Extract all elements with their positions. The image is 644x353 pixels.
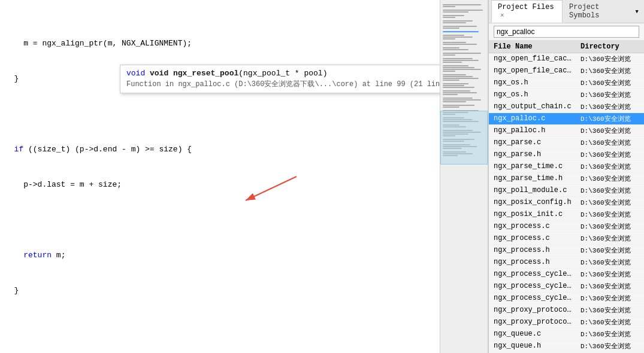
tooltip-title: void void ngx_reset_pool(ngx_pool_t * po… [126,69,440,78]
file-dir-cell: D:\360安全浏览 [578,66,644,75]
col-directory-header: Directory [578,42,644,51]
table-row[interactable]: ngx_posix_init.cD:\360安全浏览 [489,209,644,221]
code-editor: m = ngx_align_ptr(m, NGX_ALIGNMENT); } i… [0,0,440,353]
file-name-cell: ngx_output_chain.c [489,102,578,111]
table-row[interactable]: ngx_process_cycle.cD:\360安全浏览 [489,281,644,293]
table-row[interactable]: ngx_process.cD:\360安全浏览 [489,233,644,245]
search-input[interactable] [494,26,639,38]
file-name-cell: ngx_os.h [489,78,578,87]
file-dir-cell: D:\360安全浏览 [578,138,644,147]
file-name-cell: ngx_process_cycle.c [489,270,578,279]
close-icon[interactable]: × [500,12,504,19]
code-text: m = ngx_align_ptr(m, NGX_ALIGNMENT); [5,38,192,50]
file-name-cell: ngx_proxy_protocol. [489,318,578,327]
file-name-cell: ngx_open_file_cache [489,66,578,75]
table-row[interactable]: ngx_process.hD:\360安全浏览 [489,257,644,269]
tab-project-files-label: Project Files [498,3,554,11]
table-row[interactable]: ngx_poll_module.cD:\360安全浏览 [489,185,644,197]
tooltip-fn-name: void ngx_reset_pool [150,69,238,78]
table-row[interactable]: ngx_parse.cD:\360安全浏览 [489,137,644,149]
table-row[interactable]: ngx_parse_time.cD:\360安全浏览 [489,161,644,173]
file-name-cell: ngx_parse_time.h [489,174,578,183]
table-row[interactable]: ngx_parse_time.hD:\360安全浏览 [489,173,644,185]
function-tooltip: void void ngx_reset_pool(ngx_pool_t * po… [120,65,440,93]
minimap-panel[interactable] [440,0,488,353]
file-dir-cell: D:\360安全浏览 [578,54,644,63]
code-text [5,108,10,120]
file-dir-cell: D:\360安全浏览 [578,222,644,231]
table-header: File Name Directory [489,41,644,53]
table-row[interactable]: ngx_process_cycle.cD:\360安全浏览 [489,269,644,281]
table-row[interactable]: ngx_parse.hD:\360安全浏览 [489,149,644,161]
file-dir-cell: D:\360安全浏览 [578,342,644,351]
file-name-cell: ngx_palloc.c [489,114,578,123]
col-filename-header: File Name [489,42,578,51]
table-row[interactable]: ngx_process_cycle.hD:\360安全浏览 [489,293,644,305]
file-dir-cell: D:\360安全浏览 [578,234,644,243]
code-line: } [0,285,440,297]
dropdown-icon[interactable]: ▾ [632,4,642,19]
table-row[interactable]: ngx_queue.cD:\360安全浏览 [489,328,644,340]
code-line [0,214,440,226]
file-dir-cell: D:\360安全浏览 [578,162,644,171]
table-row[interactable]: ngx_output_chain.cD:\360安全浏览 [489,101,644,113]
table-row[interactable]: ngx_palloc.cD:\360安全浏览 [489,113,644,125]
file-name-cell: ngx_poll_module.c [489,186,578,195]
code-text: } [5,285,19,297]
code-line: return m; [0,249,440,261]
file-name-cell: ngx_open_file_cache [489,54,578,63]
tab-project-symbols-label: Project Symbols [569,3,599,20]
table-row[interactable]: ngx_open_file_cacheD:\360安全浏览 [489,65,644,77]
file-name-cell: ngx_palloc.h [489,126,578,135]
file-name-cell: ngx_queue.h [489,342,578,351]
table-row[interactable]: ngx_open_file_cacheD:\360安全浏览 [489,53,644,65]
right-panel: Project Files × Project Symbols ▾ File N… [488,0,644,353]
table-row[interactable]: ngx_posix_config.hD:\360安全浏览 [489,197,644,209]
file-name-cell: ngx_proxy_protocol. [489,306,578,315]
search-bar [489,23,644,41]
file-dir-cell: D:\360安全浏览 [578,330,644,339]
file-dir-cell: D:\360安全浏览 [578,258,644,267]
table-row[interactable]: ngx_process.hD:\360安全浏览 [489,245,644,257]
table-row[interactable]: ngx_palloc.hD:\360安全浏览 [489,125,644,137]
code-line: if ((size_t) (p->d.end - m) >= size) { [0,144,440,156]
file-name-cell: ngx_process.h [489,246,578,255]
file-dir-cell: D:\360安全浏览 [578,246,644,255]
file-dir-cell: D:\360安全浏览 [578,210,644,219]
code-line: p->d.last = m + size; [0,179,440,191]
table-row[interactable]: ngx_process.cD:\360安全浏览 [489,221,644,233]
table-row[interactable]: ngx_proxy_protocol.D:\360安全浏览 [489,317,644,328]
file-dir-cell: D:\360安全浏览 [578,282,644,291]
file-dir-cell: D:\360安全浏览 [578,126,644,135]
file-name-cell: ngx_posix_config.h [489,198,578,207]
file-name-cell: ngx_parse.c [489,138,578,147]
code-text: } [5,73,19,85]
tab-bar: Project Files × Project Symbols ▾ [489,0,644,23]
code-line [0,108,440,120]
code-text [5,214,10,226]
table-row[interactable]: ngx_proxy_protocol.D:\360安全浏览 [489,305,644,317]
file-dir-cell: D:\360安全浏览 [578,102,644,111]
code-line [0,320,440,332]
code-content: m = ngx_align_ptr(m, NGX_ALIGNMENT); } i… [0,0,440,353]
file-name-cell: ngx_queue.c [489,330,578,339]
file-name-cell: ngx_parse.h [489,150,578,159]
code-line: m = ngx_align_ptr(m, NGX_ALIGNMENT); [0,38,440,50]
file-name-cell: ngx_process.c [489,222,578,231]
file-dir-cell: D:\360安全浏览 [578,270,644,279]
tab-project-symbols[interactable]: Project Symbols [563,0,632,23]
table-row[interactable]: ngx_queue.hD:\360安全浏览 [489,340,644,352]
file-dir-cell: D:\360安全浏览 [578,294,644,303]
table-row[interactable]: ngx_os.hD:\360安全浏览 [489,77,644,89]
minimap-content [440,0,488,353]
tooltip-keyword: void [126,69,150,78]
file-name-cell: ngx_process.c [489,234,578,243]
tooltip-params: (ngx_pool_t * pool) [238,69,327,78]
table-row[interactable]: ngx_os.hD:\360安全浏览 [489,89,644,101]
minimap-viewport-indicator[interactable] [440,111,488,165]
file-name-cell: ngx_process_cycle.h [489,294,578,303]
tab-project-files[interactable]: Project Files × [491,0,563,23]
file-dir-cell: D:\360安全浏览 [578,318,644,327]
code-text: p->d.last = m + size; [5,179,122,191]
file-dir-cell: D:\360安全浏览 [578,174,644,183]
